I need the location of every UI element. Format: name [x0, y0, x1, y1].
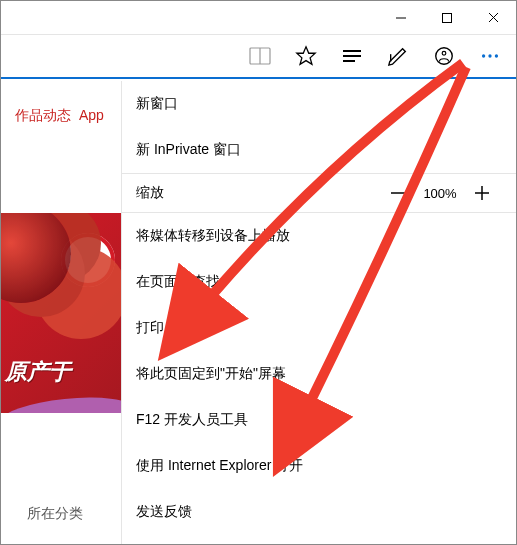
category-label: 所在分类: [27, 505, 83, 523]
minimize-button[interactable]: [378, 1, 424, 35]
hub-button[interactable]: [340, 44, 364, 68]
menu-item-find[interactable]: 在页面上查找: [122, 259, 516, 305]
menu-item-devtools[interactable]: F12 开发人员工具: [122, 397, 516, 443]
maximize-button[interactable]: [424, 1, 470, 35]
reading-view-icon: [249, 47, 271, 65]
tab-app[interactable]: App: [79, 107, 104, 125]
share-button[interactable]: [432, 44, 456, 68]
promo-decor: [1, 392, 121, 413]
menu-item-new-window[interactable]: 新窗口: [122, 81, 516, 127]
web-note-button[interactable]: [386, 44, 410, 68]
plus-icon: [473, 184, 491, 202]
menu-item-feedback[interactable]: 发送反馈: [122, 489, 516, 535]
promo-banner: 原产于: [1, 213, 121, 413]
close-icon: [487, 11, 500, 24]
tab-works[interactable]: 作品动态: [15, 107, 71, 125]
menu-item-pin[interactable]: 将此页固定到"开始"屏幕: [122, 351, 516, 397]
close-button[interactable]: [470, 1, 516, 35]
page-tabs: 作品动态 App: [1, 81, 121, 125]
menu-item-print[interactable]: 打印: [122, 305, 516, 351]
svg-point-13: [488, 54, 491, 57]
hub-icon: [341, 48, 363, 64]
share-icon: [433, 45, 455, 67]
zoom-label: 缩放: [136, 184, 378, 202]
svg-marker-6: [297, 47, 315, 64]
menu-item-zoom: 缩放 100%: [122, 174, 516, 212]
reading-view-button[interactable]: [248, 44, 272, 68]
maximize-icon: [441, 12, 453, 24]
menu-item-cast[interactable]: 将媒体转移到设备上播放: [122, 213, 516, 259]
svg-point-11: [442, 51, 446, 55]
minus-icon: [389, 184, 407, 202]
zoom-out-button[interactable]: [378, 184, 418, 202]
more-button[interactable]: [478, 44, 502, 68]
promo-text: 原产于: [5, 357, 71, 387]
more-menu: 新窗口 新 InPrivate 窗口 缩放 100% 将媒体转移到设备上播放 在…: [121, 81, 516, 544]
title-bar: [1, 1, 516, 35]
svg-point-12: [482, 54, 485, 57]
more-icon: [479, 45, 501, 67]
svg-rect-1: [443, 13, 452, 22]
minimize-icon: [395, 12, 407, 24]
favorite-button[interactable]: [294, 44, 318, 68]
zoom-value: 100%: [418, 186, 462, 201]
menu-item-open-ie[interactable]: 使用 Internet Explorer 打开: [122, 443, 516, 489]
svg-point-10: [436, 48, 453, 65]
browser-toolbar: [1, 35, 516, 79]
svg-point-14: [495, 54, 498, 57]
star-icon: [295, 45, 317, 67]
zoom-in-button[interactable]: [462, 184, 502, 202]
web-note-icon: [387, 45, 409, 67]
page-content: 作品动态 App 原产于: [1, 81, 121, 544]
menu-item-new-inprivate[interactable]: 新 InPrivate 窗口: [122, 127, 516, 173]
